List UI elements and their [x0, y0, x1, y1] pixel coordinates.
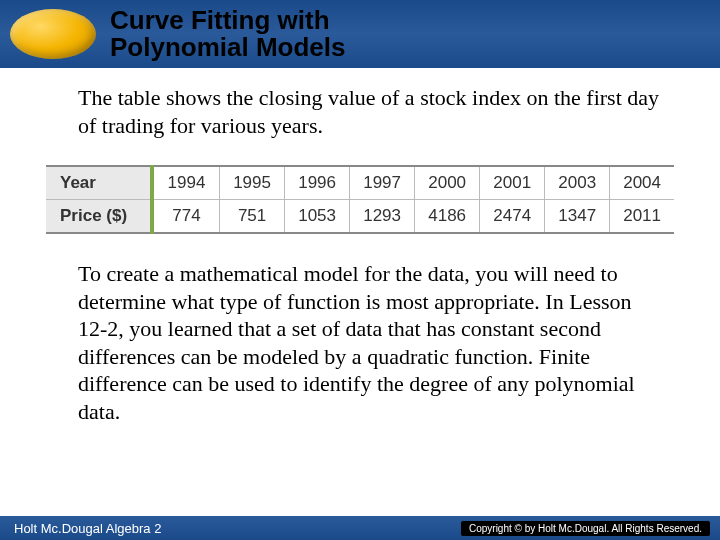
cell: 1995: [220, 166, 285, 200]
title-line-1: Curve Fitting with: [110, 5, 330, 35]
cell: 1053: [285, 200, 350, 234]
intro-paragraph: The table shows the closing value of a s…: [0, 68, 720, 139]
cell: 2000: [415, 166, 480, 200]
cell: 2003: [545, 166, 610, 200]
table-row: Year 1994 1995 1996 1997 2000 2001 2003 …: [46, 166, 674, 200]
cell: 1347: [545, 200, 610, 234]
cell: 2011: [610, 200, 674, 234]
cell: 1996: [285, 166, 350, 200]
footer-copyright: Copyright © by Holt Mc.Dougal. All Right…: [461, 521, 710, 536]
page-title: Curve Fitting with Polynomial Models: [110, 7, 346, 62]
data-table-container: Year 1994 1995 1996 1997 2000 2001 2003 …: [46, 165, 674, 234]
table-row: Price ($) 774 751 1053 1293 4186 2474 13…: [46, 200, 674, 234]
cell: 774: [152, 200, 220, 234]
cell: 1293: [350, 200, 415, 234]
cell: 1997: [350, 166, 415, 200]
cell: 4186: [415, 200, 480, 234]
cell: 2004: [610, 166, 674, 200]
cell: 2474: [480, 200, 545, 234]
title-line-2: Polynomial Models: [110, 32, 346, 62]
header-oval-icon: [10, 9, 96, 59]
row-header-price: Price ($): [46, 200, 152, 234]
footer-left-text: Holt Mc.Dougal Algebra 2: [14, 521, 161, 536]
body-paragraph: To create a mathematical model for the d…: [0, 234, 720, 425]
cell: 751: [220, 200, 285, 234]
row-header-year: Year: [46, 166, 152, 200]
cell: 2001: [480, 166, 545, 200]
data-table: Year 1994 1995 1996 1997 2000 2001 2003 …: [46, 165, 674, 234]
cell: 1994: [152, 166, 220, 200]
header-bar: Curve Fitting with Polynomial Models: [0, 0, 720, 68]
footer-bar: Holt Mc.Dougal Algebra 2 Copyright © by …: [0, 516, 720, 540]
